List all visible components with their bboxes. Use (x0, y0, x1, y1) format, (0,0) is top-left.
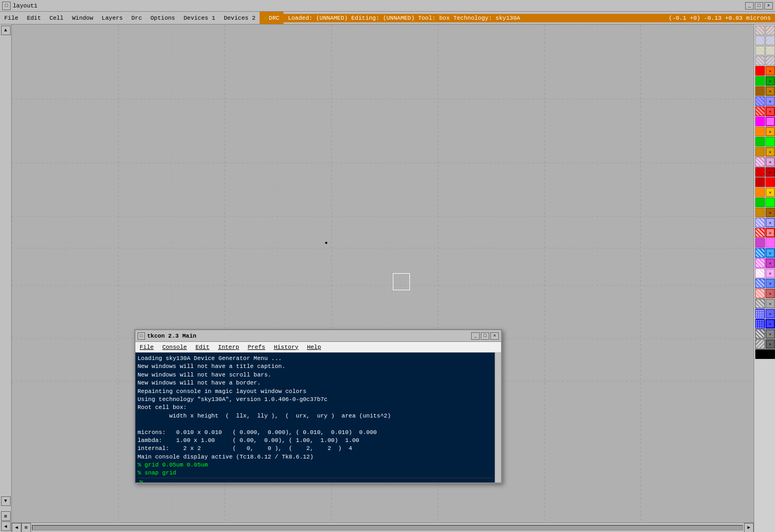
layer-swatch-5a[interactable] (755, 66, 765, 76)
layer-swatch-13b[interactable]: ✕ (765, 147, 775, 157)
layer-swatch-9a[interactable] (755, 107, 765, 116)
layer-swatch-5b[interactable]: ✕ (765, 66, 775, 76)
layer-swatch-6b[interactable]: ✕ (765, 76, 775, 86)
tkcon-input[interactable] (144, 479, 490, 482)
layer-swatch-12b[interactable] (765, 137, 775, 146)
layer-swatch-7a[interactable] (755, 86, 765, 96)
layer-swatch-10a[interactable] (755, 117, 765, 126)
tkcon-menu-file[interactable]: File (135, 343, 158, 351)
toolbar-zoom-box[interactable]: ⊞ (1, 511, 11, 521)
horizontal-scroll-track[interactable] (32, 525, 743, 530)
layer-swatch-31b[interactable]: ✕ (765, 329, 775, 339)
layer-swatch-9b[interactable]: ✕ (765, 107, 775, 116)
layer-swatch-22a[interactable] (755, 238, 765, 248)
layer-swatch-25b[interactable]: ✕ (765, 268, 775, 278)
layer-swatch-8a[interactable] (755, 96, 765, 106)
layer-swatch-15b[interactable]: ✕ (765, 167, 775, 177)
layer-swatch-8b[interactable]: ✕ (765, 96, 775, 106)
layer-swatch-4a[interactable] (755, 56, 765, 66)
layer-swatch-24b[interactable]: ✕ (765, 258, 775, 268)
layer-swatch-17b[interactable]: ✕ (765, 187, 775, 197)
menu-devices2[interactable]: Devices 2 (220, 12, 260, 24)
tkcon-menu-interp[interactable]: Interp (214, 343, 244, 351)
layer-swatch-18a[interactable] (755, 198, 765, 207)
layer-swatch-20b[interactable]: ✕ (765, 218, 775, 227)
layer-swatch-27b[interactable]: ✕ (765, 289, 775, 298)
layer-swatch-33[interactable] (755, 349, 775, 359)
tkcon-close-button[interactable]: × (490, 332, 499, 340)
drc-button[interactable]: ✓ DRC (260, 12, 284, 24)
toolbar-arrow-up[interactable]: ▲ (1, 26, 11, 35)
toolbar-arrow-down[interactable]: ▼ (1, 496, 11, 506)
tkcon-menu-console[interactable]: Console (158, 343, 191, 351)
layer-swatch-16a[interactable] (755, 177, 765, 187)
layer-swatch-19b[interactable]: ✕ (765, 208, 775, 217)
layer-swatch-27a[interactable] (755, 289, 765, 298)
layer-swatch-19a[interactable] (755, 208, 765, 217)
layer-swatch-11a[interactable] (755, 127, 765, 136)
menu-file[interactable]: File (0, 12, 22, 24)
layer-swatch-21b[interactable]: ✕ (765, 228, 775, 238)
tkcon-menu-history[interactable]: History (270, 343, 303, 351)
layer-swatch-18b[interactable] (765, 198, 775, 207)
tkcon-menu-prefs[interactable]: Prefs (244, 343, 270, 351)
layer-swatch-4b[interactable] (765, 56, 775, 66)
layer-swatch-3b[interactable] (765, 46, 775, 55)
tkcon-menu-help[interactable]: Help (303, 343, 325, 351)
layer-swatch-21a[interactable] (755, 228, 765, 238)
layer-swatch-7b[interactable]: ✕ (765, 86, 775, 96)
tkcon-scrollbar[interactable] (495, 353, 501, 482)
layer-swatch-3a[interactable] (755, 46, 765, 55)
menu-layers[interactable]: Layers (98, 12, 127, 24)
scroll-left-btn[interactable]: ◀ (12, 523, 21, 533)
layer-swatch-32a[interactable] (755, 339, 765, 349)
menu-edit[interactable]: Edit (22, 12, 45, 24)
layer-swatch-28a[interactable] (755, 299, 765, 308)
minimize-button[interactable]: _ (745, 2, 754, 10)
layer-swatch-1b[interactable] (765, 26, 775, 35)
layer-swatch-20a[interactable] (755, 218, 765, 227)
layer-swatch-30a[interactable] (755, 319, 765, 329)
layer-swatch-14b[interactable]: ✕ (765, 157, 775, 167)
layer-swatch-22b[interactable] (765, 238, 775, 248)
layer-swatch-26b[interactable]: ✕ (765, 279, 775, 288)
layer-swatch-31a[interactable] (755, 329, 765, 339)
layer-swatch-28b[interactable]: ✕ (765, 299, 775, 308)
layer-swatch-11b[interactable]: ✕ (765, 127, 775, 136)
tkcon-content[interactable]: Loading sky130A Device Generator Menu ..… (135, 353, 495, 482)
layer-swatch-25a[interactable] (755, 268, 765, 278)
layer-swatch-29b[interactable]: ✕ (765, 309, 775, 318)
tkcon-title-icon[interactable]: □ (138, 332, 145, 340)
toolbar-scroll-left[interactable]: ◀ (1, 521, 11, 531)
layer-swatch-2a[interactable] (755, 36, 765, 45)
layer-swatch-29a[interactable] (755, 309, 765, 318)
layer-swatch-12a[interactable] (755, 137, 765, 146)
title-bar-icon[interactable]: □ (2, 2, 11, 10)
layer-swatch-30b[interactable]: ✕ (765, 319, 775, 329)
layer-swatch-10b[interactable] (765, 117, 775, 126)
menu-devices1[interactable]: Devices 1 (179, 12, 219, 24)
maximize-button[interactable]: □ (755, 2, 763, 10)
layer-swatch-1a[interactable] (755, 26, 765, 35)
layer-swatch-13a[interactable] (755, 147, 765, 157)
menu-window[interactable]: Window (68, 12, 98, 24)
layer-swatch-23a[interactable] (755, 248, 765, 258)
tkcon-maximize-button[interactable]: □ (481, 332, 489, 340)
layer-swatch-24a[interactable] (755, 258, 765, 268)
scroll-right-btn[interactable]: ▶ (744, 523, 754, 533)
menu-options[interactable]: Options (146, 12, 179, 24)
layer-swatch-26a[interactable] (755, 279, 765, 288)
layer-swatch-23b[interactable]: ✕ (765, 248, 775, 258)
layer-swatch-16b[interactable] (765, 177, 775, 187)
tkcon-menu-edit[interactable]: Edit (191, 343, 214, 351)
layer-swatch-14a[interactable] (755, 157, 765, 167)
tkcon-minimize-button[interactable]: _ (471, 332, 480, 340)
layer-swatch-15a[interactable] (755, 167, 765, 177)
layer-swatch-2b[interactable] (765, 36, 775, 45)
menu-cell[interactable]: Cell (45, 12, 68, 24)
menu-drc[interactable]: Drc (127, 12, 146, 24)
layer-swatch-6a[interactable] (755, 76, 765, 86)
scroll-box-btn[interactable]: ⊞ (21, 523, 31, 533)
tkcon-window[interactable]: □ tkcon 2.3 Main _ □ × File Console Edit… (134, 329, 502, 484)
close-button[interactable]: × (764, 2, 773, 10)
